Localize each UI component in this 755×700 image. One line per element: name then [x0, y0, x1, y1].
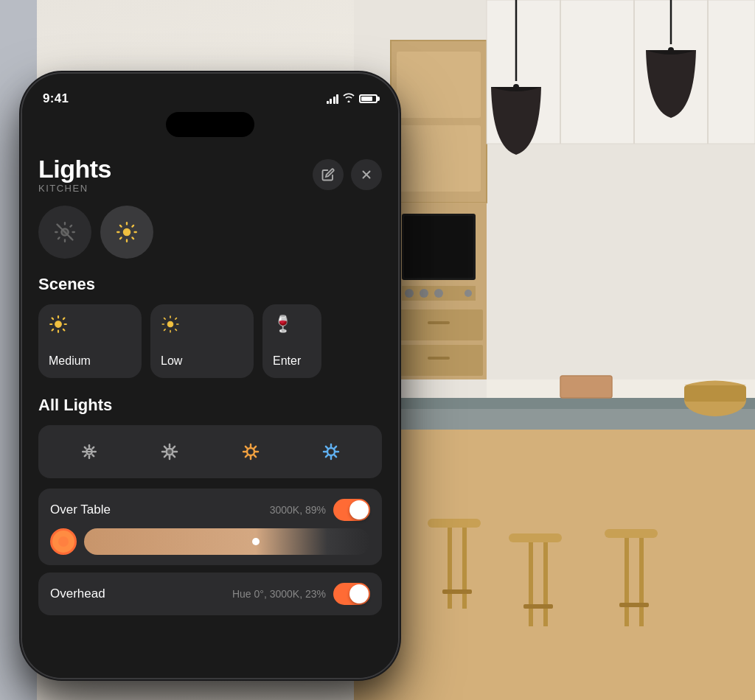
svg-rect-38 [462, 528, 467, 609]
svg-line-80 [164, 318, 166, 320]
svg-line-121 [335, 455, 337, 457]
header-actions [313, 159, 382, 190]
svg-line-92 [85, 447, 86, 449]
svg-line-54 [58, 237, 60, 239]
svg-line-114 [254, 447, 256, 449]
phone-screen: 9:41 [22, 74, 398, 678]
svg-line-62 [120, 225, 122, 227]
close-button[interactable] [351, 159, 382, 190]
over-table-light-row: Over Table 3000K, 89% [38, 489, 382, 565]
svg-rect-19 [394, 309, 483, 340]
phone-screen-frame: 9:41 [22, 74, 398, 678]
scene-low-icon [161, 315, 243, 338]
scene-low-label: Low [161, 354, 243, 368]
svg-rect-47 [619, 603, 649, 607]
svg-point-14 [405, 289, 414, 298]
svg-line-77 [63, 318, 65, 320]
svg-rect-25 [354, 430, 755, 700]
phone-device: 9:41 [22, 74, 398, 678]
svg-rect-22 [428, 357, 450, 360]
svg-rect-20 [394, 345, 483, 376]
svg-line-112 [254, 455, 256, 457]
dynamic-island [166, 112, 254, 137]
svg-line-113 [246, 455, 248, 457]
svg-rect-46 [639, 538, 644, 626]
svg-point-106 [247, 448, 254, 455]
over-table-slider-row [50, 528, 370, 555]
svg-rect-12 [404, 216, 473, 278]
over-table-name: Over Table [50, 503, 111, 517]
scene-medium-icon [49, 315, 131, 338]
page-title: Lights [38, 156, 111, 181]
status-icons [327, 93, 378, 105]
status-time: 9:41 [43, 91, 69, 106]
dim-up-button[interactable] [153, 435, 186, 468]
all-lights-title: All Lights [38, 396, 382, 415]
over-table-slider[interactable] [84, 528, 370, 555]
scene-entertain-icon: 🍷 [273, 315, 311, 334]
svg-rect-37 [448, 528, 452, 609]
overhead-value: Hue 0°, 3000K, 23% [232, 588, 326, 600]
svg-line-104 [164, 455, 167, 457]
svg-line-66 [132, 237, 133, 239]
overhead-light-row: Overhead Hue 0°, 3000K, 23% [38, 573, 382, 615]
svg-rect-43 [523, 604, 553, 609]
over-table-value: 3000K, 89% [270, 504, 326, 516]
svg-line-58 [70, 225, 72, 227]
svg-point-16 [434, 289, 443, 298]
svg-line-102 [164, 447, 167, 449]
light-toggle-row [38, 206, 382, 259]
svg-line-75 [63, 329, 65, 331]
svg-rect-45 [624, 538, 629, 626]
scene-card-medium[interactable]: Medium [38, 304, 142, 378]
svg-rect-21 [428, 321, 450, 324]
scene-card-low[interactable]: Low [150, 304, 254, 378]
svg-point-97 [167, 449, 173, 455]
svg-line-84 [175, 329, 177, 331]
page-subtitle: KITCHEN [38, 183, 111, 194]
side-button-power [398, 258, 401, 317]
svg-point-15 [420, 289, 428, 298]
svg-line-123 [335, 447, 337, 449]
svg-line-68 [132, 225, 133, 227]
svg-point-115 [327, 448, 335, 455]
battery-icon [359, 94, 378, 103]
svg-rect-34 [560, 376, 612, 398]
svg-rect-42 [543, 542, 548, 626]
overhead-toggle[interactable] [333, 583, 370, 605]
edit-button[interactable] [313, 159, 344, 190]
svg-rect-33 [684, 385, 746, 402]
svg-line-120 [326, 447, 328, 449]
scene-medium-label: Medium [49, 354, 131, 368]
scene-entertain-label: Enter [273, 354, 311, 368]
status-bar: 9:41 [22, 74, 398, 112]
over-table-toggle[interactable] [333, 499, 370, 521]
scenes-title: Scenes [38, 275, 382, 294]
svg-point-60 [123, 228, 130, 235]
svg-line-64 [120, 237, 122, 239]
slider-color-icon [50, 528, 77, 555]
svg-line-103 [173, 455, 175, 457]
svg-line-105 [173, 447, 175, 449]
svg-point-69 [55, 321, 62, 328]
wifi-icon [343, 93, 355, 105]
scenes-row: Medium [38, 304, 382, 378]
svg-rect-26 [391, 379, 487, 398]
svg-line-122 [326, 455, 328, 457]
cool-light-button[interactable] [315, 435, 347, 468]
light-toggle-off[interactable] [38, 206, 91, 259]
svg-point-17 [465, 290, 472, 297]
dim-down-button[interactable] [73, 435, 105, 468]
svg-line-71 [52, 318, 54, 320]
header: Lights KITCHEN [38, 143, 382, 206]
brightness-controls [38, 425, 382, 478]
svg-line-111 [246, 447, 248, 449]
svg-rect-40 [509, 533, 562, 542]
svg-rect-39 [442, 589, 472, 594]
svg-rect-4 [397, 125, 481, 192]
light-toggle-on[interactable] [100, 206, 153, 259]
scene-card-entertain[interactable]: 🍷 Enter [262, 304, 321, 378]
svg-line-95 [92, 447, 94, 449]
svg-rect-36 [428, 519, 481, 528]
warm-light-button[interactable] [234, 435, 267, 468]
